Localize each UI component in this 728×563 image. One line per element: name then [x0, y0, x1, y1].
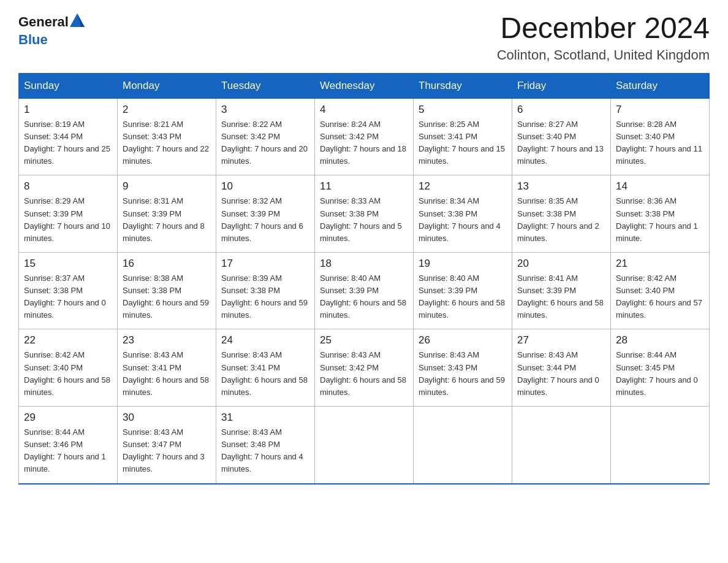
- calendar-week-row: 22 Sunrise: 8:42 AMSunset: 3:40 PMDaylig…: [19, 329, 710, 407]
- day-info: Sunrise: 8:39 AMSunset: 3:38 PMDaylight:…: [221, 272, 309, 322]
- day-info: Sunrise: 8:41 AMSunset: 3:39 PMDaylight:…: [517, 272, 605, 322]
- day-number: 6: [517, 104, 605, 116]
- col-friday: Friday: [512, 73, 611, 98]
- day-info: Sunrise: 8:32 AMSunset: 3:39 PMDaylight:…: [221, 195, 309, 245]
- day-info: Sunrise: 8:27 AMSunset: 3:40 PMDaylight:…: [517, 118, 605, 168]
- table-row: 19 Sunrise: 8:40 AMSunset: 3:39 PMDaylig…: [414, 252, 512, 329]
- day-number: 31: [221, 412, 309, 424]
- table-row: 18 Sunrise: 8:40 AMSunset: 3:39 PMDaylig…: [315, 252, 414, 329]
- table-row: 20 Sunrise: 8:41 AMSunset: 3:39 PMDaylig…: [512, 252, 611, 329]
- logo: General Blue: [18, 12, 86, 48]
- day-number: 23: [123, 334, 211, 347]
- day-info: Sunrise: 8:42 AMSunset: 3:40 PMDaylight:…: [616, 272, 704, 322]
- table-row: 16 Sunrise: 8:38 AMSunset: 3:38 PMDaylig…: [118, 252, 216, 329]
- day-info: Sunrise: 8:19 AMSunset: 3:44 PMDaylight:…: [24, 118, 112, 168]
- table-row: 10 Sunrise: 8:32 AMSunset: 3:39 PMDaylig…: [216, 175, 315, 253]
- table-row: 21 Sunrise: 8:42 AMSunset: 3:40 PMDaylig…: [611, 252, 710, 329]
- day-info: Sunrise: 8:43 AMSunset: 3:43 PMDaylight:…: [419, 349, 507, 399]
- day-info: Sunrise: 8:43 AMSunset: 3:41 PMDaylight:…: [123, 349, 211, 399]
- table-row: 17 Sunrise: 8:39 AMSunset: 3:38 PMDaylig…: [216, 252, 315, 329]
- day-info: Sunrise: 8:44 AMSunset: 3:46 PMDaylight:…: [24, 426, 112, 476]
- day-number: 15: [24, 258, 112, 270]
- col-sunday: Sunday: [19, 73, 118, 98]
- table-row: 5 Sunrise: 8:25 AMSunset: 3:41 PMDayligh…: [414, 98, 512, 175]
- day-info: Sunrise: 8:43 AMSunset: 3:41 PMDaylight:…: [221, 349, 309, 399]
- calendar-subtitle: Colinton, Scotland, United Kingdom: [497, 47, 710, 63]
- table-row: 12 Sunrise: 8:34 AMSunset: 3:38 PMDaylig…: [414, 175, 512, 253]
- day-info: Sunrise: 8:43 AMSunset: 3:42 PMDaylight:…: [320, 349, 408, 399]
- day-number: 30: [123, 412, 211, 424]
- day-number: 4: [320, 104, 408, 116]
- day-number: 14: [616, 180, 704, 193]
- day-number: 24: [221, 334, 309, 347]
- day-info: Sunrise: 8:29 AMSunset: 3:39 PMDaylight:…: [24, 195, 112, 245]
- day-number: 12: [419, 180, 507, 193]
- table-row: 29 Sunrise: 8:44 AMSunset: 3:46 PMDaylig…: [19, 407, 118, 484]
- day-number: 29: [24, 412, 112, 424]
- calendar-table: Sunday Monday Tuesday Wednesday Thursday…: [18, 73, 710, 484]
- page-header: General Blue December 2024 Colinton, Sco…: [18, 12, 710, 63]
- day-number: 2: [123, 104, 211, 116]
- table-row: [611, 407, 710, 484]
- table-row: [512, 407, 611, 484]
- table-row: 27 Sunrise: 8:43 AMSunset: 3:44 PMDaylig…: [512, 329, 611, 407]
- day-number: 16: [123, 258, 211, 270]
- table-row: 6 Sunrise: 8:27 AMSunset: 3:40 PMDayligh…: [512, 98, 611, 175]
- day-info: Sunrise: 8:40 AMSunset: 3:39 PMDaylight:…: [320, 272, 408, 322]
- table-row: 8 Sunrise: 8:29 AMSunset: 3:39 PMDayligh…: [19, 175, 118, 253]
- calendar-week-row: 1 Sunrise: 8:19 AMSunset: 3:44 PMDayligh…: [19, 98, 710, 175]
- day-info: Sunrise: 8:40 AMSunset: 3:39 PMDaylight:…: [419, 272, 507, 322]
- day-number: 9: [123, 180, 211, 193]
- table-row: 24 Sunrise: 8:43 AMSunset: 3:41 PMDaylig…: [216, 329, 315, 407]
- day-number: 11: [320, 180, 408, 193]
- day-info: Sunrise: 8:25 AMSunset: 3:41 PMDaylight:…: [419, 118, 507, 168]
- day-number: 20: [517, 258, 605, 270]
- col-thursday: Thursday: [414, 73, 512, 98]
- day-info: Sunrise: 8:37 AMSunset: 3:38 PMDaylight:…: [24, 272, 112, 322]
- day-info: Sunrise: 8:42 AMSunset: 3:40 PMDaylight:…: [24, 349, 112, 399]
- table-row: 15 Sunrise: 8:37 AMSunset: 3:38 PMDaylig…: [19, 252, 118, 329]
- calendar-week-row: 8 Sunrise: 8:29 AMSunset: 3:39 PMDayligh…: [19, 175, 710, 253]
- calendar-week-row: 15 Sunrise: 8:37 AMSunset: 3:38 PMDaylig…: [19, 252, 710, 329]
- day-number: 27: [517, 334, 605, 347]
- table-row: [315, 407, 414, 484]
- day-number: 7: [616, 104, 704, 116]
- day-info: Sunrise: 8:43 AMSunset: 3:47 PMDaylight:…: [123, 426, 211, 476]
- table-row: 4 Sunrise: 8:24 AMSunset: 3:42 PMDayligh…: [315, 98, 414, 175]
- table-row: 22 Sunrise: 8:42 AMSunset: 3:40 PMDaylig…: [19, 329, 118, 407]
- day-number: 18: [320, 258, 408, 270]
- day-number: 21: [616, 258, 704, 270]
- table-row: 7 Sunrise: 8:28 AMSunset: 3:40 PMDayligh…: [611, 98, 710, 175]
- day-number: 26: [419, 334, 507, 347]
- table-row: 28 Sunrise: 8:44 AMSunset: 3:45 PMDaylig…: [611, 329, 710, 407]
- table-row: 26 Sunrise: 8:43 AMSunset: 3:43 PMDaylig…: [414, 329, 512, 407]
- logo-text-general: General: [18, 14, 69, 30]
- day-info: Sunrise: 8:34 AMSunset: 3:38 PMDaylight:…: [419, 195, 507, 245]
- day-info: Sunrise: 8:35 AMSunset: 3:38 PMDaylight:…: [517, 195, 605, 245]
- day-number: 10: [221, 180, 309, 193]
- day-number: 5: [419, 104, 507, 116]
- table-row: 3 Sunrise: 8:22 AMSunset: 3:42 PMDayligh…: [216, 98, 315, 175]
- logo-icon: [69, 12, 86, 32]
- day-number: 19: [419, 258, 507, 270]
- day-info: Sunrise: 8:31 AMSunset: 3:39 PMDaylight:…: [123, 195, 211, 245]
- day-info: Sunrise: 8:36 AMSunset: 3:38 PMDaylight:…: [616, 195, 704, 245]
- table-row: 25 Sunrise: 8:43 AMSunset: 3:42 PMDaylig…: [315, 329, 414, 407]
- table-row: 11 Sunrise: 8:33 AMSunset: 3:38 PMDaylig…: [315, 175, 414, 253]
- day-number: 28: [616, 334, 704, 347]
- calendar-week-row: 29 Sunrise: 8:44 AMSunset: 3:46 PMDaylig…: [19, 407, 710, 484]
- logo-text-blue: Blue: [18, 32, 48, 48]
- table-row: 14 Sunrise: 8:36 AMSunset: 3:38 PMDaylig…: [611, 175, 710, 253]
- calendar-title: December 2024: [497, 12, 710, 45]
- table-row: 2 Sunrise: 8:21 AMSunset: 3:43 PMDayligh…: [118, 98, 216, 175]
- table-row: 1 Sunrise: 8:19 AMSunset: 3:44 PMDayligh…: [19, 98, 118, 175]
- col-saturday: Saturday: [611, 73, 710, 98]
- table-row: [414, 407, 512, 484]
- table-row: 13 Sunrise: 8:35 AMSunset: 3:38 PMDaylig…: [512, 175, 611, 253]
- day-info: Sunrise: 8:28 AMSunset: 3:40 PMDaylight:…: [616, 118, 704, 168]
- day-number: 8: [24, 180, 112, 193]
- col-tuesday: Tuesday: [216, 73, 315, 98]
- day-info: Sunrise: 8:21 AMSunset: 3:43 PMDaylight:…: [123, 118, 211, 168]
- col-monday: Monday: [118, 73, 216, 98]
- table-row: 30 Sunrise: 8:43 AMSunset: 3:47 PMDaylig…: [118, 407, 216, 484]
